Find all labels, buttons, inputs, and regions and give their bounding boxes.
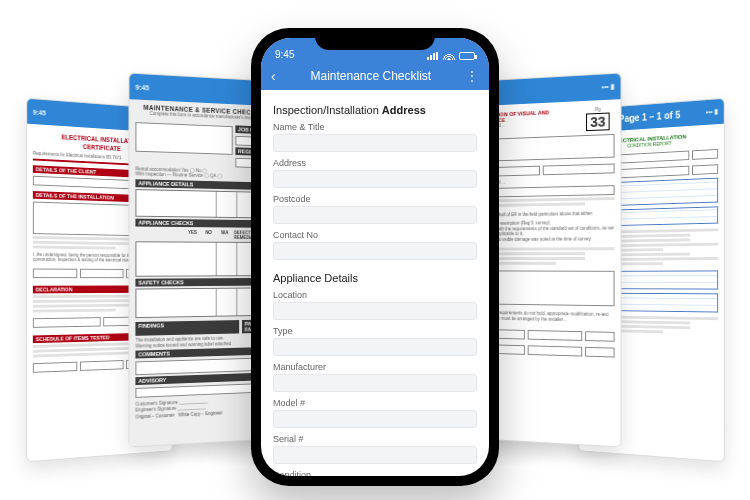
label-model: Model # [273, 398, 477, 408]
input-manufacturer[interactable] [273, 374, 477, 392]
input-location[interactable] [273, 302, 477, 320]
field-serial: Serial # [273, 434, 477, 464]
app-bar: ‹ Maintenance Checklist ⋮ [261, 62, 489, 90]
field-type: Type [273, 326, 477, 356]
status-time: 9:45 [135, 83, 149, 91]
status-icons: ••• ▮ [706, 108, 718, 117]
status-time: 9:45 [275, 49, 294, 60]
field-location: Location [273, 290, 477, 320]
status-right-icons [427, 52, 475, 60]
form-sheet[interactable]: Inspection/Installation Address Name & T… [261, 90, 489, 476]
label-serial: Serial # [273, 434, 477, 444]
label-name: Name & Title [273, 122, 477, 132]
page-number-box: 33 [586, 112, 609, 131]
input-serial[interactable] [273, 446, 477, 464]
input-name[interactable] [273, 134, 477, 152]
label-postcode: Postcode [273, 194, 477, 204]
field-model: Model # [273, 398, 477, 428]
section-address-title: Inspection/Installation Address [273, 104, 477, 116]
battery-icon [459, 52, 475, 60]
input-contact[interactable] [273, 242, 477, 260]
back-button[interactable]: ‹ [271, 68, 276, 84]
wifi-icon [443, 52, 455, 60]
label-location: Location [273, 290, 477, 300]
status-icons: ••• ▮ [601, 83, 614, 92]
field-manufacturer: Manufacturer [273, 362, 477, 392]
app-title: Maintenance Checklist [310, 69, 431, 83]
field-condition: Condition Excellent/Good/Fair/Poor [273, 470, 477, 476]
phone-notch [315, 28, 435, 50]
label-type: Type [273, 326, 477, 336]
field-name: Name & Title [273, 122, 477, 152]
signal-icon [427, 52, 439, 60]
status-time: 9:45 [33, 108, 46, 116]
field-postcode: Postcode [273, 194, 477, 224]
field-contact: Contact No [273, 230, 477, 260]
label-contact: Contact No [273, 230, 477, 240]
label-condition: Condition [273, 470, 477, 476]
input-type[interactable] [273, 338, 477, 356]
input-address[interactable] [273, 170, 477, 188]
phone-screen: 9:45 ‹ Maintenance Checklist ⋮ Inspectio… [261, 38, 489, 476]
input-postcode[interactable] [273, 206, 477, 224]
label-address: Address [273, 158, 477, 168]
phone-frame: 9:45 ‹ Maintenance Checklist ⋮ Inspectio… [251, 28, 499, 486]
page-indicator: Page 1 – 1 of 5 [619, 109, 681, 124]
input-model[interactable] [273, 410, 477, 428]
menu-button[interactable]: ⋮ [466, 69, 479, 83]
field-address: Address [273, 158, 477, 188]
section-appliance-title: Appliance Details [273, 272, 477, 284]
label-manufacturer: Manufacturer [273, 362, 477, 372]
